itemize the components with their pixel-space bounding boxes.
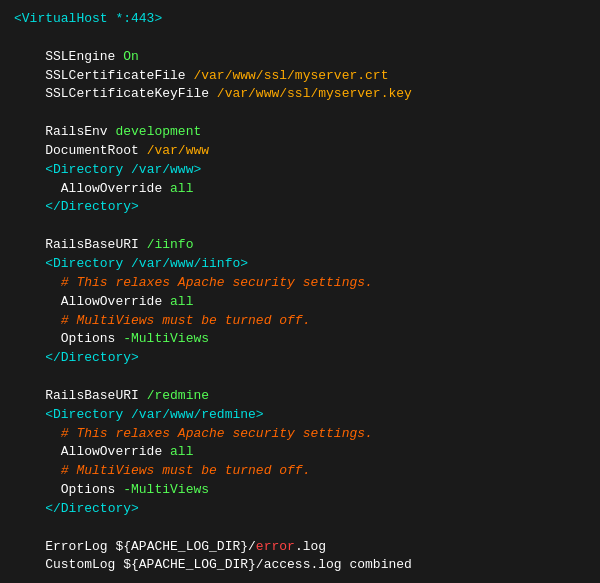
code-line: SSLCertificateFile /var/www/ssl/myserver… (14, 67, 586, 86)
code-line: SSLCertificateKeyFile /var/www/ssl/myser… (14, 85, 586, 104)
code-line: ErrorLog ${APACHE_LOG_DIR}/error.log (14, 538, 586, 557)
code-line: RailsEnv development (14, 123, 586, 142)
code-line: AllowOverride all (14, 293, 586, 312)
code-line: # MultiViews must be turned off. (14, 312, 586, 331)
code-line: Options -MultiViews (14, 330, 586, 349)
code-line: <Directory /var/www/iinfo> (14, 255, 586, 274)
code-editor: <VirtualHost *:443> SSLEngine On SSLCert… (0, 0, 600, 583)
code-line: # This relaxes Apache security settings. (14, 274, 586, 293)
code-line: AllowOverride all (14, 180, 586, 199)
code-line: # MultiViews must be turned off. (14, 462, 586, 481)
code-line (14, 217, 586, 236)
code-line: <Directory /var/www> (14, 161, 586, 180)
code-line: SSLEngine On (14, 48, 586, 67)
code-line: </Directory> (14, 349, 586, 368)
code-line: AllowOverride all (14, 443, 586, 462)
code-line: CustomLog ${APACHE_LOG_DIR}/access.log c… (14, 556, 586, 575)
code-line (14, 29, 586, 48)
code-line: </Directory> (14, 198, 586, 217)
code-line: RailsBaseURI /redmine (14, 387, 586, 406)
code-line: <VirtualHost *:443> (14, 10, 586, 29)
code-line: DocumentRoot /var/www (14, 142, 586, 161)
code-line: # This relaxes Apache security settings. (14, 425, 586, 444)
code-line: RailsBaseURI /iinfo (14, 236, 586, 255)
code-line (14, 368, 586, 387)
code-line (14, 519, 586, 538)
code-line (14, 104, 586, 123)
code-line: </Directory> (14, 500, 586, 519)
code-line: <Directory /var/www/redmine> (14, 406, 586, 425)
code-line: Options -MultiViews (14, 481, 586, 500)
